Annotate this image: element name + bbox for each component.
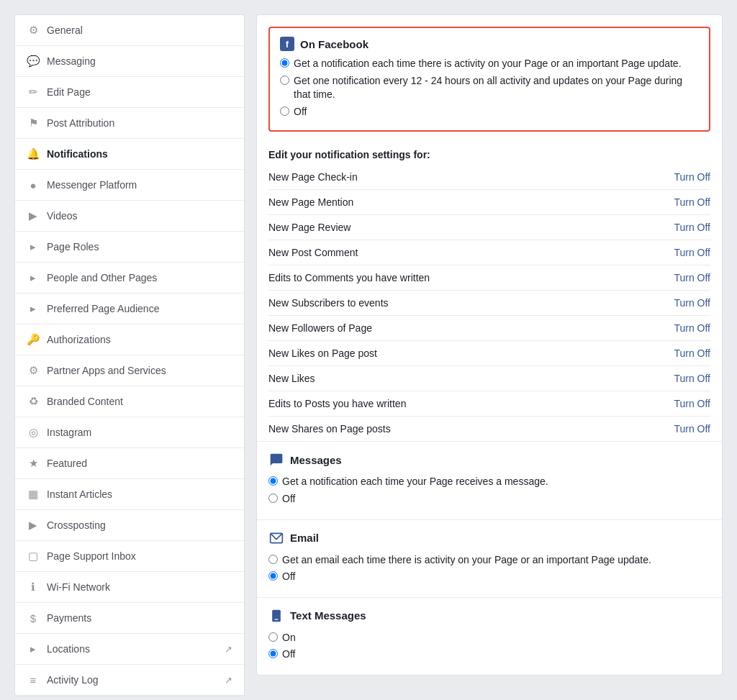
email-radio-1[interactable] [268, 571, 278, 581]
on-facebook-section: f On Facebook Get a notification each ti… [268, 27, 710, 132]
notification-row-5: New Subscribers to eventsTurn Off [268, 291, 710, 316]
text-messages-radio-1[interactable] [268, 649, 278, 658]
sidebar-item-label-post-attribution: Post Attribution [47, 117, 232, 129]
sidebar-item-partner-apps[interactable]: ⚙Partner Apps and Services [15, 355, 244, 386]
notification-row-0: New Page Check-inTurn Off [268, 165, 710, 190]
sidebar-item-preferred-page-audience[interactable]: ▸Preferred Page Audience [15, 294, 244, 324]
sidebar: ⚙General💬Messaging✏Edit Page⚑Post Attrib… [14, 14, 245, 696]
email-section: Email Get an email each time there is ac… [257, 519, 722, 597]
sidebar-item-label-payments: Payments [47, 612, 232, 624]
sidebar-item-label-activity-log: Activity Log [47, 674, 217, 686]
sidebar-item-videos[interactable]: ▶Videos [15, 201, 244, 232]
on-facebook-radio-1[interactable] [280, 76, 289, 85]
sidebar-item-label-partner-apps: Partner Apps and Services [47, 365, 232, 376]
messages-options: Get a notification each time your Page r… [268, 475, 710, 506]
turn-off-link-1[interactable]: Turn Off [674, 196, 710, 208]
sidebar-item-featured[interactable]: ★Featured [15, 448, 244, 479]
turn-off-link-4[interactable]: Turn Off [674, 272, 710, 283]
sidebar-item-wifi-network[interactable]: ℹWi-Fi Network [15, 572, 244, 603]
sidebar-item-locations[interactable]: ▸Locations↗ [15, 634, 244, 665]
on-facebook-option-2: Off [280, 105, 699, 119]
notification-row-8: New LikesTurn Off [268, 366, 710, 391]
sidebar-item-page-support-inbox[interactable]: ▢Page Support Inbox [15, 541, 244, 572]
partner-apps-icon: ⚙ [27, 364, 40, 377]
messages-section: Messages Get a notification each time yo… [257, 441, 722, 519]
turn-off-link-3[interactable]: Turn Off [674, 247, 710, 258]
email-options: Get an email each time there is activity… [268, 553, 710, 584]
sidebar-item-notifications[interactable]: 🔔Notifications [15, 139, 244, 170]
on-facebook-label-0: Get a notification each time there is ac… [294, 57, 682, 71]
turn-off-link-6[interactable]: Turn Off [674, 322, 710, 334]
notification-row-6: New Followers of PageTurn Off [268, 316, 710, 341]
sidebar-item-payments[interactable]: $Payments [15, 603, 244, 634]
on-facebook-radio-0[interactable] [280, 58, 289, 68]
sidebar-item-crossposting[interactable]: ▶Crossposting [15, 510, 244, 541]
on-facebook-radio-2[interactable] [280, 106, 289, 116]
edit-settings-title: Edit your notification settings for: [268, 149, 710, 160]
sidebar-item-label-page-roles: Page Roles [47, 241, 232, 253]
sidebar-item-label-general: General [47, 24, 232, 36]
external-link-icon-locations: ↗ [225, 644, 232, 655]
featured-icon: ★ [27, 457, 40, 470]
notification-row-label-0: New Page Check-in [268, 171, 358, 183]
notification-row-2: New Page ReviewTurn Off [268, 215, 710, 240]
turn-off-link-2[interactable]: Turn Off [674, 222, 710, 233]
text-messages-label-0: On [282, 631, 296, 645]
email-option-0: Get an email each time there is activity… [268, 553, 710, 568]
messages-radio-0[interactable] [268, 476, 278, 486]
messaging-icon: 💬 [27, 55, 40, 68]
sidebar-item-instant-articles[interactable]: ▦Instant Articles [15, 479, 244, 510]
turn-off-link-8[interactable]: Turn Off [674, 373, 710, 384]
text-messages-title: Text Messages [290, 609, 366, 622]
sidebar-item-activity-log[interactable]: ≡Activity Log↗ [15, 665, 244, 696]
post-attribution-icon: ⚑ [27, 117, 40, 129]
email-radio-0[interactable] [268, 555, 278, 564]
sidebar-item-label-notifications: Notifications [47, 148, 232, 160]
facebook-icon: f [280, 37, 294, 51]
branded-content-icon: ♻ [27, 395, 40, 408]
turn-off-link-7[interactable]: Turn Off [674, 347, 710, 359]
instagram-icon: ◎ [27, 426, 40, 439]
preferred-page-audience-icon: ▸ [27, 302, 40, 315]
turn-off-link-10[interactable]: Turn Off [674, 423, 710, 435]
sidebar-item-branded-content[interactable]: ♻Branded Content [15, 386, 244, 417]
notification-row-7: New Likes on Page postTurn Off [268, 341, 710, 366]
notification-row-label-6: New Followers of Page [268, 322, 372, 334]
on-facebook-label-1: Get one notification every 12 - 24 hours… [294, 74, 699, 102]
notifications-icon: 🔔 [27, 147, 40, 160]
sidebar-item-instagram[interactable]: ◎Instagram [15, 417, 244, 448]
on-facebook-title: On Facebook [300, 38, 368, 50]
messages-radio-1[interactable] [268, 494, 278, 503]
sidebar-item-authorizations[interactable]: 🔑Authorizations [15, 324, 244, 355]
external-link-icon-activity-log: ↗ [225, 675, 232, 686]
text-messages-radio-0[interactable] [268, 632, 278, 642]
notification-row-label-8: New Likes [268, 373, 315, 384]
page-roles-icon: ▸ [27, 240, 40, 253]
locations-icon: ▸ [27, 642, 40, 655]
email-title: Email [290, 532, 319, 544]
main-content: f On Facebook Get a notification each ti… [256, 14, 723, 676]
sidebar-item-label-edit-page: Edit Page [47, 86, 232, 98]
text-messages-section: Text Messages OnOff [257, 597, 722, 675]
turn-off-link-5[interactable]: Turn Off [674, 297, 710, 309]
sidebar-item-page-roles[interactable]: ▸Page Roles [15, 232, 244, 263]
sidebar-item-label-page-support-inbox: Page Support Inbox [47, 550, 232, 562]
on-facebook-options: Get a notification each time there is ac… [280, 57, 699, 119]
on-facebook-label-2: Off [294, 105, 307, 119]
sidebar-item-post-attribution[interactable]: ⚑Post Attribution [15, 108, 244, 139]
sidebar-item-general[interactable]: ⚙General [15, 15, 244, 46]
sidebar-item-messaging[interactable]: 💬Messaging [15, 46, 244, 77]
sidebar-item-edit-page[interactable]: ✏Edit Page [15, 77, 244, 108]
notification-row-label-9: Edits to Posts you have written [268, 398, 406, 409]
notification-row-1: New Page MentionTurn Off [268, 190, 710, 215]
messages-title: Messages [290, 454, 342, 466]
turn-off-link-9[interactable]: Turn Off [674, 398, 710, 409]
sidebar-item-label-instant-articles: Instant Articles [47, 488, 232, 500]
sidebar-item-label-preferred-page-audience: Preferred Page Audience [47, 303, 232, 314]
sidebar-item-people-other-pages[interactable]: ▸People and Other Pages [15, 263, 244, 294]
authorizations-icon: 🔑 [27, 333, 40, 346]
messenger-platform-icon: ● [27, 178, 40, 191]
turn-off-link-0[interactable]: Turn Off [674, 171, 710, 183]
sidebar-item-messenger-platform[interactable]: ●Messenger Platform [15, 170, 244, 201]
videos-icon: ▶ [27, 209, 40, 222]
